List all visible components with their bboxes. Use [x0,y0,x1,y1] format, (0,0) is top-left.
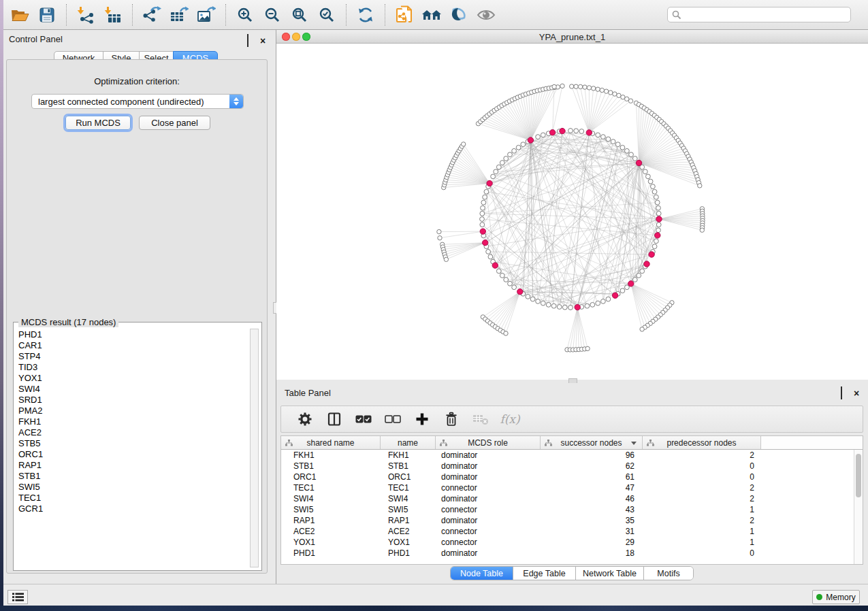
mcds-node[interactable] [492,263,498,268]
network-node[interactable] [611,139,615,144]
mcds-node[interactable] [586,130,592,135]
optimization-criterion-dropdown[interactable]: largest connected component (undirected) [31,94,244,109]
network-node[interactable] [486,250,491,254]
table-cell[interactable]: ORC1 [281,472,381,482]
save-session-button[interactable] [33,2,61,28]
table-cell[interactable]: FKH1 [281,450,381,461]
mcds-result-item[interactable]: SWI5 [15,482,249,493]
mcds-result-item[interactable]: GCR1 [15,503,249,514]
mcds-node[interactable] [549,130,555,135]
mcds-result-item[interactable]: PHD1 [15,329,249,340]
mcds-result-item[interactable]: STB5 [15,438,249,449]
leaf-node[interactable] [444,257,448,261]
table-cell[interactable]: SWI4 [281,493,381,504]
float-panel-button[interactable] [247,35,255,42]
hide-graphics-button[interactable] [445,2,472,28]
table-cell[interactable]: RAP1 [381,515,436,526]
network-node[interactable] [579,129,584,134]
export-table-button[interactable] [165,2,193,28]
leaf-node[interactable] [570,84,574,88]
table-cell[interactable]: connector [436,482,541,493]
network-node[interactable] [656,228,661,233]
table-row[interactable]: RAP1RAP1dominator352 [281,515,854,526]
table-cell[interactable]: dominator [436,493,541,504]
deselect-all-button[interactable] [381,408,404,431]
leaf-node[interactable] [698,184,702,188]
table-row[interactable]: ACE2ACE2connector311 [281,526,854,537]
table-cell[interactable]: TEC1 [281,482,381,493]
refresh-layout-button[interactable] [352,2,379,28]
network-node[interactable] [606,137,611,142]
table-cell[interactable]: connector [436,504,541,515]
table-cell[interactable]: TEC1 [381,482,436,493]
leaf-node[interactable] [592,86,596,90]
network-node[interactable] [536,135,541,139]
network-node[interactable] [652,189,657,194]
houses-button[interactable] [418,2,445,28]
network-node[interactable] [536,299,541,304]
table-cell[interactable]: PHD1 [281,548,381,559]
leaf-node[interactable] [585,346,590,350]
network-node[interactable] [620,145,625,150]
mcds-list-scrollbar[interactable] [250,329,259,567]
leaf-node[interactable] [617,93,621,97]
network-node[interactable] [654,239,659,244]
leaf-node[interactable] [462,142,466,146]
close-table-panel-button[interactable]: × [854,387,861,395]
table-cell[interactable]: dominator [436,515,541,526]
network-node[interactable] [568,129,573,133]
table-cell[interactable]: SWI5 [281,504,381,515]
table-cell[interactable]: STB1 [281,461,381,472]
network-document-button[interactable] [391,2,418,28]
network-node[interactable] [562,305,567,310]
mcds-node[interactable] [575,304,580,310]
table-cell[interactable]: dominator [436,472,541,482]
delete-table-button-disabled[interactable] [469,408,492,431]
leaf-node[interactable] [504,331,508,335]
network-node[interactable] [656,205,661,210]
network-node[interactable] [654,195,659,199]
table-cell[interactable]: 2 [643,450,761,461]
table-cell[interactable]: 35 [541,515,643,526]
leaf-node[interactable] [604,89,608,93]
network-node[interactable] [585,303,590,308]
tab-edge-table[interactable]: Edge Table [513,567,576,580]
mcds-node[interactable] [636,160,641,165]
table-cell[interactable]: 46 [541,493,643,504]
select-all-button[interactable] [352,408,375,431]
table-cell[interactable]: ACE2 [381,526,436,537]
network-node[interactable] [541,301,545,306]
table-cell[interactable]: dominator [436,450,541,461]
network-node[interactable] [606,297,611,301]
table-cell[interactable]: 2 [643,493,761,504]
table-cell[interactable]: SWI4 [381,493,436,504]
mcds-node[interactable] [487,180,492,186]
tab-node-table[interactable]: Node Table [451,567,513,580]
network-node[interactable] [625,148,630,153]
network-node[interactable] [480,222,485,227]
table-scrollbar-thumb[interactable] [856,454,861,497]
table-cell[interactable]: ACE2 [281,526,381,537]
table-cell[interactable]: 96 [541,450,643,461]
network-node[interactable] [656,211,661,216]
create-column-button[interactable] [411,408,434,431]
network-node[interactable] [500,161,504,165]
mcds-result-item[interactable]: SWI4 [15,384,249,395]
table-cell[interactable]: 47 [541,482,643,493]
network-node[interactable] [557,305,562,310]
network-node[interactable] [481,200,486,205]
table-cell[interactable]: 1 [643,537,761,548]
table-cell[interactable]: SWI5 [381,504,436,515]
network-node[interactable] [596,133,600,137]
column-header-predecessor-nodes[interactable]: predecessor nodes [643,436,761,449]
network-node[interactable] [516,145,521,150]
table-row[interactable]: TEC1TEC1connector472 [281,482,854,493]
network-node[interactable] [541,133,545,137]
table-row[interactable]: SWI5SWI5connector431 [281,504,854,515]
table-cell[interactable]: FKH1 [381,450,436,461]
table-row[interactable]: ORC1ORC1dominator610 [281,472,854,482]
close-panel-button-2[interactable]: Close panel [139,116,210,130]
network-node[interactable] [655,200,660,205]
table-scrollbar[interactable] [854,450,863,564]
network-node[interactable] [652,244,657,249]
